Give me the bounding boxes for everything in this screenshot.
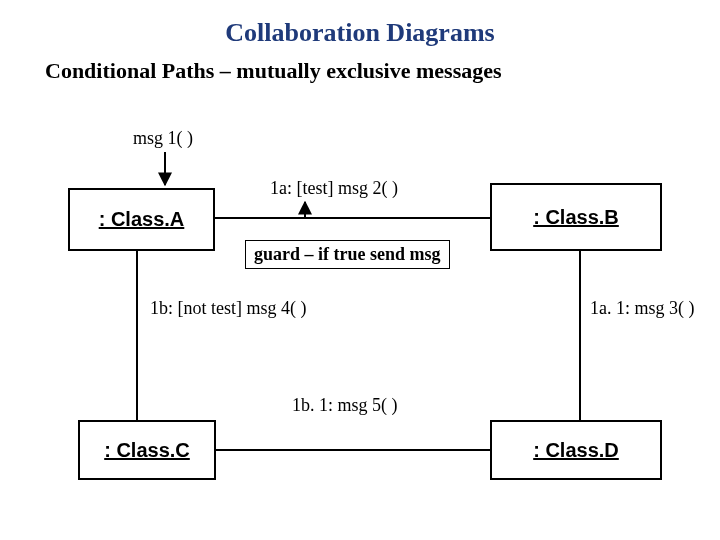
object-class-a: : Class.A bbox=[68, 188, 215, 251]
label-msg5: 1b. 1: msg 5( ) bbox=[292, 395, 398, 416]
label-msg2: 1a: [test] msg 2( ) bbox=[270, 178, 398, 199]
label-msg3: 1a. 1: msg 3( ) bbox=[590, 298, 694, 319]
guard-note: guard – if true send msg bbox=[245, 240, 450, 269]
collaboration-diagram: msg 1( ) : Class.A 1a: [test] msg 2( ) :… bbox=[0, 0, 720, 540]
label-msg1: msg 1( ) bbox=[133, 128, 193, 149]
object-class-d: : Class.D bbox=[490, 420, 662, 480]
label-msg4: 1b: [not test] msg 4( ) bbox=[150, 298, 306, 319]
object-class-b: : Class.B bbox=[490, 183, 662, 251]
object-class-c: : Class.C bbox=[78, 420, 216, 480]
